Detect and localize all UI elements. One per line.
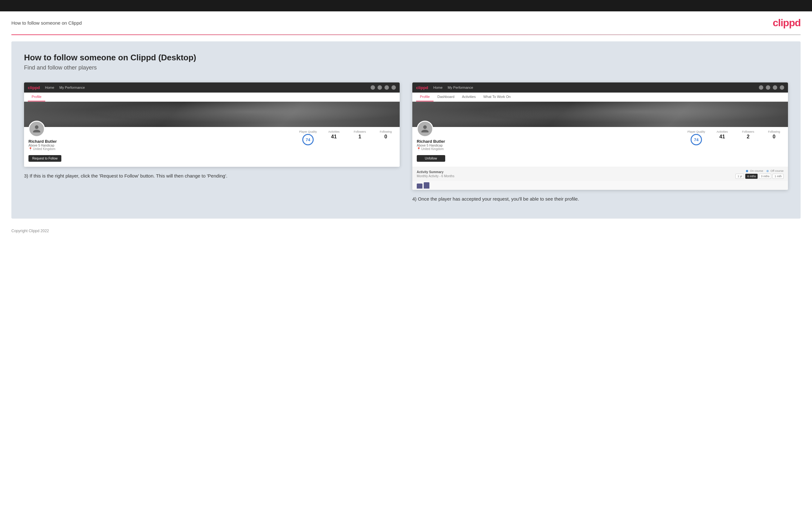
user-icon-1[interactable] (377, 85, 382, 90)
period-1mth[interactable]: 1 mth (772, 174, 783, 179)
tab-profile-1[interactable]: Profile (28, 93, 45, 101)
activity-legend: On course Off course (746, 169, 783, 172)
stats-grid-1: Player Quality 74 Activities 41 Follower (299, 130, 395, 145)
main-content: How to follow someone on Clippd (Desktop… (11, 41, 801, 219)
activity-period-controls: 1 yr 6 mths 3 mths 1 mth (735, 174, 783, 179)
chart-bar-1 (417, 183, 422, 188)
main-title: How to follow someone on Clippd (Desktop… (24, 53, 788, 63)
quality-circle-2: 74 (691, 134, 702, 145)
tab-dashboard-2[interactable]: Dashboard (434, 93, 458, 101)
stat-following-2: Following 0 (765, 130, 783, 139)
mock-profile-body-2: Richard Butler Above 5 Handicap 📍 United… (412, 127, 788, 167)
copyright-text: Copyright Clippd 2022 (11, 229, 49, 233)
activity-label: Activity Summary (417, 170, 454, 174)
mock-tabs-2: Profile Dashboard Activities What To Wor… (412, 93, 788, 102)
off-course-dot (766, 170, 769, 172)
avatar-2 (417, 121, 445, 137)
activity-period: Monthly Activity - 6 Months (417, 174, 454, 178)
tab-activities-2[interactable]: Activities (458, 93, 479, 101)
search-icon-2[interactable] (759, 85, 763, 90)
footer: Copyright Clippd 2022 (0, 225, 812, 237)
header-title: How to follow someone on Clippd (11, 20, 82, 25)
mock-nav-myperformance-2[interactable]: My Performance (448, 86, 473, 90)
avatar-1 (29, 121, 61, 137)
player-location-2: 📍 United Kingdom (417, 147, 445, 151)
avatar-circle-2 (417, 121, 433, 137)
mock-nav-icons-1 (370, 85, 396, 90)
stat-activities-2: Activities 41 (713, 130, 732, 139)
player-name-2: Richard Butler (417, 139, 445, 144)
header-divider (11, 35, 801, 35)
player-name-1: Richard Butler (29, 139, 61, 144)
quality-circle-1: 74 (302, 134, 314, 145)
top-bar (0, 0, 812, 11)
stat-followers-1: Followers 1 (350, 130, 369, 139)
mock-profile-body-1: Richard Butler Above 5 Handicap 📍 United… (24, 127, 400, 167)
mock-browser-2: clippd Home My Performance Profile Dashb… (412, 82, 788, 190)
off-course-label: Off course (771, 169, 783, 172)
settings-icon-1[interactable] (385, 85, 389, 90)
main-subtitle: Find and follow other players (24, 64, 788, 71)
tab-profile-2[interactable]: Profile (416, 93, 434, 101)
mock-hero-2 (412, 102, 788, 127)
mock-nav-1: clippd Home My Performance (24, 82, 400, 93)
activity-bar-2: Activity Summary Monthly Activity - 6 Mo… (412, 167, 788, 181)
screenshot-col-2: clippd Home My Performance Profile Dashb… (412, 82, 788, 203)
mock-nav-icons-2 (759, 85, 784, 90)
mock-nav-myperformance-1[interactable]: My Performance (59, 86, 85, 90)
unfollow-button[interactable]: Unfollow (417, 155, 445, 162)
profile-info-1: Richard Butler Above 5 Handicap 📍 United… (29, 139, 61, 151)
location-icon-1: 📍 (29, 147, 32, 151)
mock-hero-overlay-1 (24, 102, 400, 127)
globe-icon-2[interactable] (780, 85, 784, 90)
search-icon-1[interactable] (370, 85, 375, 90)
mock-nav-2: clippd Home My Performance (412, 82, 788, 93)
mock-nav-home-1[interactable]: Home (45, 86, 54, 90)
user-avatar-icon-1 (32, 124, 41, 133)
mock-browser-1: clippd Home My Performance Profile (24, 82, 400, 167)
step3-desc: 3) If this is the right player, click th… (24, 172, 400, 180)
chart-area-2 (412, 181, 788, 190)
globe-icon-1[interactable] (392, 85, 396, 90)
mock-nav-left-2: clippd Home My Performance (416, 85, 473, 90)
header-logo: clippd (773, 17, 801, 29)
on-course-dot (746, 170, 748, 172)
mock-logo-2: clippd (416, 85, 428, 90)
mock-tabs-1: Profile (24, 93, 400, 102)
profile-info-2: Richard Butler Above 5 Handicap 📍 United… (417, 139, 445, 151)
period-3mths[interactable]: 3 mths (759, 174, 771, 179)
period-1yr[interactable]: 1 yr (735, 174, 744, 179)
mock-nav-home-2[interactable]: Home (433, 86, 442, 90)
stat-followers-2: Followers 2 (739, 130, 758, 139)
header: How to follow someone on Clippd clippd (0, 11, 812, 35)
screenshot-col-1: clippd Home My Performance Profile (24, 82, 400, 180)
mock-hero-1 (24, 102, 400, 127)
stat-quality-1: Player Quality 74 (299, 130, 317, 145)
stat-activities-1: Activities 41 (324, 130, 343, 139)
period-6mths[interactable]: 6 mths (745, 174, 758, 179)
on-course-label: On course (750, 169, 763, 172)
avatar-circle-1 (29, 121, 45, 137)
mock-logo-1: clippd (28, 85, 40, 90)
stat-quality-2: Player Quality 74 (687, 130, 706, 145)
stats-grid-2: Player Quality 74 Activities 41 Follower (687, 130, 783, 145)
stat-following-1: Following 0 (376, 130, 395, 139)
user-avatar-icon-2 (420, 124, 429, 133)
mock-nav-left-1: clippd Home My Performance (28, 85, 85, 90)
player-handicap-1: Above 5 Handicap (29, 144, 61, 147)
mock-hero-overlay-2 (412, 102, 788, 127)
screenshots-row: clippd Home My Performance Profile (24, 82, 788, 203)
player-handicap-2: Above 5 Handicap (417, 144, 445, 147)
chart-bar-2 (424, 182, 429, 188)
location-icon-2: 📍 (417, 147, 420, 151)
request-to-follow-button[interactable]: Request to Follow (29, 155, 61, 162)
step4-desc: 4) Once the player has accepted your req… (412, 195, 788, 203)
player-location-1: 📍 United Kingdom (29, 147, 61, 151)
tab-whattoworkon-2[interactable]: What To Work On (479, 93, 514, 101)
settings-icon-2[interactable] (773, 85, 777, 90)
user-icon-2[interactable] (766, 85, 770, 90)
